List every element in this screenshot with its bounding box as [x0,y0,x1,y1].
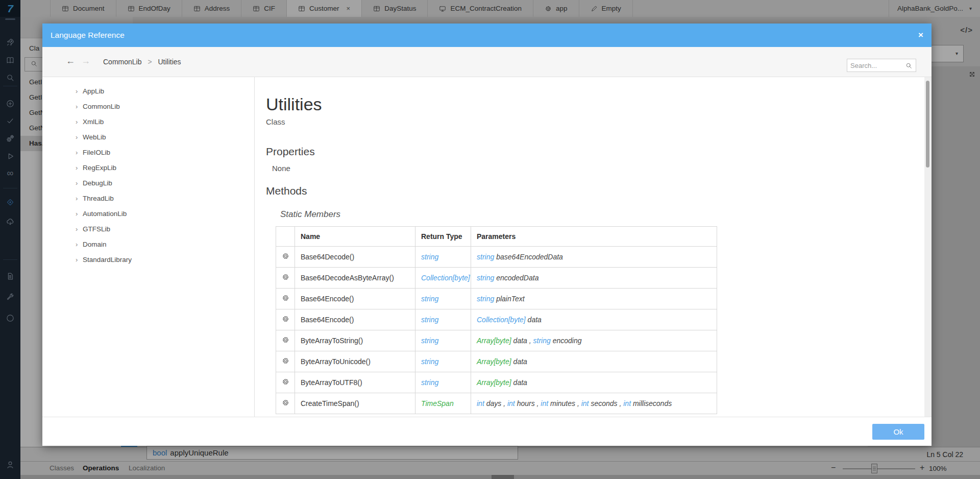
tree-item-domain[interactable]: ›Domain [42,236,254,252]
method-return-type: string [415,247,471,268]
tree-item-threadlib[interactable]: ›ThreadLib [42,190,254,206]
gear-icon [282,274,289,282]
tree-item-weblib[interactable]: ›WebLib [42,129,254,145]
library-tree: ›AppLib›CommonLib›XmlLib›WebLib›FileIOLi… [42,77,254,417]
methods-table: NameReturn TypeParameters Base64Decode()… [276,226,717,414]
properties-heading: Properties [266,146,932,158]
chevron-right-icon: › [76,164,83,172]
method-return-type: string [415,289,471,309]
method-return-type: string [415,330,471,351]
chevron-right-icon: › [76,179,83,187]
ok-button[interactable]: Ok [872,424,924,440]
method-row[interactable]: Base64DecodeAsByteArray()Collection[byte… [276,268,717,289]
language-reference-dialog: Language Reference × ← → CommonLib > Uti… [42,23,932,446]
chevron-right-icon: › [76,87,83,95]
param-name: days [486,399,502,408]
dialog-scrollbar-thumb[interactable] [926,81,929,167]
tree-item-label: DebugLib [83,179,112,187]
method-icon-cell [276,247,295,268]
table-header-row: NameReturn TypeParameters [276,227,717,247]
tree-item-label: Domain [83,241,107,248]
tree-item-xmllib[interactable]: ›XmlLib [42,114,254,129]
chevron-right-icon: › [76,149,83,156]
param-type: string [477,295,494,303]
param-type: Array[byte] [477,378,511,387]
tree-item-label: AppLib [83,87,104,95]
tree-item-applib[interactable]: ›AppLib [42,83,254,99]
gear-icon [282,316,289,324]
method-row[interactable]: Base64Decode()stringstring base64Encoded… [276,247,717,268]
tree-item-gtfslib[interactable]: ›GTFSLib [42,221,254,236]
dialog-footer: Ok [42,417,932,446]
dialog-scrollbar[interactable] [924,77,932,417]
close-icon[interactable]: × [918,30,923,40]
method-icon-cell [276,268,295,289]
chevron-right-icon: › [76,241,83,248]
tree-item-label: XmlLib [83,118,104,126]
method-icon-cell [276,330,295,351]
tree-item-commonlib[interactable]: ›CommonLib [42,99,254,114]
reference-search[interactable] [847,59,916,72]
method-row[interactable]: ByteArrayToUTF8()stringArray[byte] data [276,372,717,393]
method-name: CreateTimeSpan() [295,393,415,414]
tree-item-label: FileIOLib [83,149,110,156]
param-type: Array[byte] [477,337,511,345]
method-name: ByteArrayToUnicode() [295,351,415,372]
method-row[interactable]: ByteArrayToUnicode()stringArray[byte] da… [276,351,717,372]
chevron-right-icon: › [76,195,83,202]
gear-icon [282,379,289,387]
column-header [276,227,295,247]
method-row[interactable]: ByteArrayToString()stringArray[byte] dat… [276,330,717,351]
back-arrow-icon[interactable]: ← [66,56,75,66]
dialog-body: ›AppLib›CommonLib›XmlLib›WebLib›FileIOLi… [42,77,932,417]
param-name: seconds [591,399,617,408]
tree-item-label: GTFSLib [83,225,110,233]
method-name: Base64Encode() [295,309,415,330]
chevron-right-icon: › [76,256,83,264]
chevron-right-icon: › [76,225,83,233]
method-params: Array[byte] data [471,351,717,372]
method-icon-cell [276,372,295,393]
param-name: hours [517,399,535,408]
param-type: int [581,399,589,408]
tree-item-fileiolib[interactable]: ›FileIOLib [42,145,254,160]
method-params: Collection[byte] data [471,309,717,330]
tree-item-label: StandardLibrary [83,256,132,264]
tree-item-regexplib[interactable]: ›RegExpLib [42,160,254,175]
param-type: int [623,399,631,408]
tree-item-standardlibrary[interactable]: ›StandardLibrary [42,252,254,267]
param-type: string [477,274,494,282]
chevron-right-icon: › [76,103,83,110]
search-input[interactable] [847,62,905,69]
tree-item-label: WebLib [83,133,106,141]
tree-item-label: RegExpLib [83,164,116,172]
method-row[interactable]: Base64Encode()stringstring plainText [276,289,717,309]
dialog-toolbar: ← → CommonLib > Utilities [42,47,932,77]
breadcrumb-item[interactable]: Utilities [158,58,181,66]
method-name: Base64Decode() [295,247,415,268]
param-name: plainText [496,295,525,303]
method-return-type: Collection[byte] [415,268,471,289]
param-name: data [528,316,542,324]
methods-heading: Methods [266,185,932,197]
tree-item-debuglib[interactable]: ›DebugLib [42,175,254,190]
method-row[interactable]: Base64Encode()stringCollection[byte] dat… [276,309,717,330]
tree-item-automationlib[interactable]: ›AutomationLib [42,206,254,221]
param-name: encoding [553,337,582,345]
dialog-header[interactable]: Language Reference × [42,23,932,47]
method-icon-cell [276,393,295,414]
chevron-right-icon: › [76,118,83,126]
breadcrumb-item[interactable]: CommonLib [103,58,141,66]
search-icon [905,62,913,69]
forward-arrow-icon[interactable]: → [81,56,90,66]
gear-icon [282,337,289,345]
method-row[interactable]: CreateTimeSpan()TimeSpanint days , int h… [276,393,717,414]
class-kind: Class [266,117,932,126]
static-members-heading: Static Members [280,209,932,220]
param-type: int [507,399,515,408]
properties-value: None [272,164,932,173]
gear-icon [282,295,289,303]
param-name: milliseconds [633,399,672,408]
method-icon-cell [276,351,295,372]
param-type: Array[byte] [477,357,511,366]
